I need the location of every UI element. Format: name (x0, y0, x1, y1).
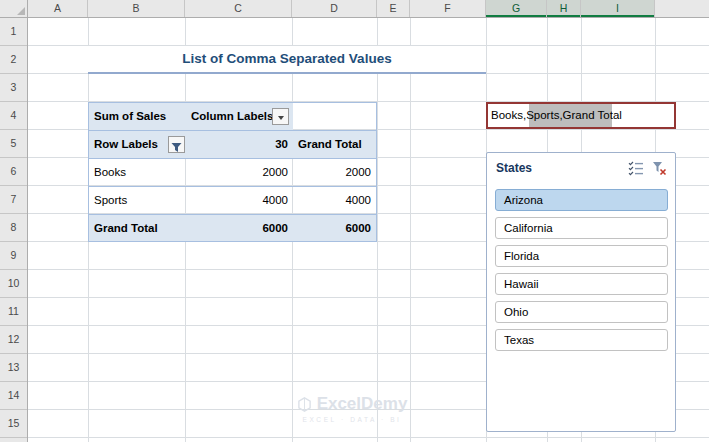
row-header-14[interactable]: 14 (0, 382, 27, 410)
corner-triangle-icon (17, 7, 25, 15)
result-cell-text: Books,Sports,Grand Total (488, 104, 674, 126)
column-header-f[interactable]: F (410, 0, 486, 17)
column-header-d[interactable]: D (292, 0, 377, 17)
column-header-e[interactable]: E (377, 0, 410, 17)
row-header-15[interactable]: 15 (0, 410, 27, 438)
slicer-title: States (496, 161, 532, 175)
pivot-cell-column-value[interactable]: 30 (186, 131, 293, 158)
chevron-down-icon (278, 116, 284, 123)
row-header-6[interactable]: 6 (0, 158, 27, 186)
pivot-row-value[interactable]: 2000 (186, 159, 293, 186)
row-header-1[interactable]: 1 (0, 18, 27, 46)
row-header-9[interactable]: 9 (0, 242, 27, 270)
spreadsheet-canvas: A B C D E F G H I 1 2 3 4 5 6 7 8 9 10 1… (0, 0, 709, 442)
column-header-extra[interactable] (655, 0, 709, 17)
slicer-item-california[interactable]: California (495, 217, 668, 239)
pivot-row-label[interactable]: Sports (89, 187, 186, 214)
slicer-item-ohio[interactable]: Ohio (495, 301, 668, 323)
row-header-10[interactable]: 10 (0, 270, 27, 298)
pivot-row-total[interactable]: 2000 (293, 159, 376, 186)
gridline-vertical (377, 18, 378, 442)
select-all-corner[interactable] (0, 0, 28, 17)
row-labels-filter-button[interactable] (168, 136, 185, 153)
gridline-vertical (410, 18, 411, 442)
row-header-11[interactable]: 11 (0, 298, 27, 326)
column-header-g[interactable]: G (486, 0, 547, 17)
pivot-row-label[interactable]: Books (89, 159, 186, 186)
slicer-item-texas[interactable]: Texas (495, 329, 668, 351)
funnel-icon (171, 142, 182, 153)
column-header-h[interactable]: H (547, 0, 581, 17)
row-header-3[interactable]: 3 (0, 74, 27, 102)
pivot-grand-total-value[interactable]: 6000 (186, 215, 293, 241)
pivot-grand-total-total[interactable]: 6000 (293, 215, 376, 241)
pivot-table: Sum of Sales Column Labels Row Labels 30… (88, 102, 377, 242)
slicer-multiselect-button[interactable] (628, 160, 646, 178)
row-header-4[interactable]: 4 (0, 102, 27, 130)
pivot-cell-grand-total-col[interactable]: Grand Total (293, 131, 376, 158)
pivot-row-total[interactable]: 4000 (293, 187, 376, 214)
pivot-cell-sum-of-sales[interactable]: Sum of Sales (89, 103, 186, 130)
result-cell[interactable]: Books,Sports,Grand Total (486, 102, 676, 129)
row-header-7[interactable]: 7 (0, 186, 27, 214)
pivot-grand-total-label[interactable]: Grand Total (89, 215, 186, 241)
row-header-8[interactable]: 8 (0, 214, 27, 242)
row-header-bar: 1 2 3 4 5 6 7 8 9 10 11 12 13 14 15 (0, 18, 28, 442)
clear-filter-funnel-x-icon (651, 160, 667, 176)
pivot-row-value[interactable]: 4000 (186, 187, 293, 214)
row-header-12[interactable]: 12 (0, 326, 27, 354)
row-header-13[interactable]: 13 (0, 354, 27, 382)
column-header-a[interactable]: A (28, 0, 88, 17)
slicer-clear-filter-button[interactable] (651, 160, 669, 178)
column-labels-dropdown-button[interactable] (272, 108, 289, 125)
slicer-item-florida[interactable]: Florida (495, 245, 668, 267)
column-header-i[interactable]: I (581, 0, 655, 17)
slicer-item-hawaii[interactable]: Hawaii (495, 273, 668, 295)
slicer-item-arizona[interactable]: Arizona (495, 189, 668, 211)
pivot-cell-blank[interactable] (293, 103, 376, 130)
states-slicer: States Arizona California Florida Hawaii… (486, 152, 676, 432)
multi-select-checklist-icon (628, 160, 644, 176)
column-header-c[interactable]: C (185, 0, 292, 17)
column-header-bar: A B C D E F G H I (0, 0, 709, 18)
row-header-2[interactable]: 2 (0, 46, 27, 74)
row-header-5[interactable]: 5 (0, 130, 27, 158)
worksheet-title: List of Comma Separated Values (88, 46, 486, 74)
column-header-b[interactable]: B (88, 0, 185, 17)
